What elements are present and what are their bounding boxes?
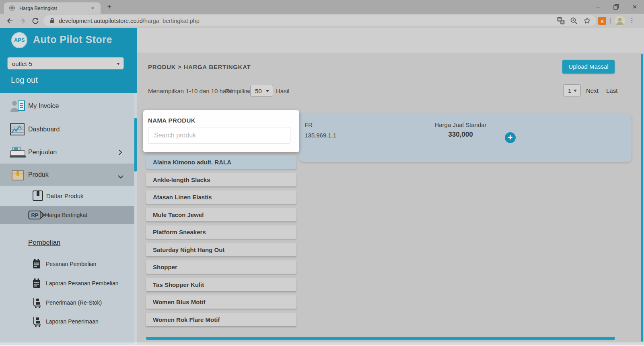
- rp-tag-text: RP: [31, 212, 38, 218]
- address-bar[interactable]: development.autopilotstore.co.id/harga_b…: [43, 15, 596, 26]
- sidebar-item-my-invoice[interactable]: My Invoice: [0, 98, 137, 114]
- bookmark-star-icon[interactable]: [583, 17, 591, 26]
- show-label: Tampilkan: [225, 88, 253, 94]
- product-list-item[interactable]: Mule Tacon Jewel: [146, 208, 296, 221]
- product-code: FR: [305, 121, 313, 128]
- sidebar-item-daftar-produk[interactable]: Daftar Produk: [0, 186, 137, 206]
- notepad-icon: [32, 278, 41, 290]
- sidebar: APS Auto Pilot Store outlet-5 Log out My…: [0, 28, 137, 345]
- chevron-down-icon: [117, 63, 120, 65]
- breadcrumb: PRODUK > HARGA BERTINGKAT: [148, 63, 251, 70]
- zoom-icon[interactable]: [570, 17, 578, 26]
- vertical-scrollbar-thumb[interactable]: [641, 54, 643, 342]
- cash-register-icon: [9, 146, 27, 160]
- chevron-right-icon: [118, 149, 122, 157]
- handtruck-icon: [32, 297, 42, 310]
- window-bottom-edge: [0, 342, 644, 345]
- dashboard-chart-icon: [10, 123, 25, 137]
- chevron-down-icon: [266, 90, 269, 92]
- horizontal-scrollbar-thumb[interactable]: [146, 337, 615, 340]
- sidebar-item-penerimaan-restok[interactable]: Penerimaan (Re-Stok): [0, 296, 137, 309]
- sidebar-item-pesanan-pembelian[interactable]: Pesanan Pembelian: [0, 257, 137, 271]
- main-content: PRODUK > HARGA BERTINGKAT Upload Massal …: [137, 53, 644, 345]
- forward-icon[interactable]: [19, 17, 27, 27]
- search-panel-title: NAMA PRODUK: [148, 117, 195, 124]
- aps-logo: APS: [11, 32, 27, 48]
- sidebar-item-laporan-penerimaan[interactable]: Laporan Penerimaan: [0, 315, 137, 328]
- page-number-value: 1: [568, 87, 571, 94]
- product-list-item[interactable]: Atasan Linen Elastis: [146, 190, 296, 204]
- url-text: development.autopilotstore.co.id/harga_b…: [59, 18, 200, 24]
- last-page-link[interactable]: Last: [606, 87, 617, 94]
- outlet-select[interactable]: outlet-5: [7, 57, 124, 70]
- product-list-item[interactable]: Shopper: [146, 260, 296, 274]
- sidebar-item-produk[interactable]: Produk: [0, 164, 137, 186]
- search-input[interactable]: [148, 127, 290, 144]
- page-top-strip: [137, 28, 644, 53]
- notepad-icon: [32, 259, 41, 271]
- lock-icon: [50, 18, 55, 25]
- product-list-item[interactable]: Women Blus Motif: [146, 295, 296, 309]
- tab-close-icon[interactable]: ×: [88, 4, 97, 12]
- page-size-select[interactable]: 50: [250, 85, 273, 97]
- results-label: Hasil: [276, 88, 289, 94]
- product-list-item[interactable]: Tas Shopper Kulit: [146, 278, 296, 291]
- sidebar-menu: My Invoice Dashboard Penjualan: [0, 93, 137, 345]
- sidebar-item-penjualan[interactable]: Penjualan: [0, 144, 137, 160]
- add-price-tier-button[interactable]: +: [505, 132, 516, 143]
- tab-strip: Harga Bertingkat × + – ×: [0, 0, 644, 14]
- url-path: /harga_bertingkat.php: [143, 18, 200, 24]
- svg-text:A: A: [561, 20, 564, 24]
- sidebar-item-harga-bertingkat[interactable]: RP Harga Bertingkat: [0, 206, 137, 224]
- product-sku: 135.969.1.1: [305, 132, 336, 139]
- invoice-person-icon: [10, 99, 26, 115]
- upload-massal-button[interactable]: Upload Massal: [562, 60, 615, 74]
- product-box-icon: [11, 169, 24, 182]
- extension-icon[interactable]: a: [598, 17, 606, 25]
- translate-icon[interactable]: A: [557, 17, 565, 26]
- window-close-button[interactable]: ×: [628, 2, 642, 12]
- product-list-item[interactable]: Women Rok Flare Motif: [146, 313, 296, 326]
- next-page-link[interactable]: Next: [586, 87, 599, 94]
- page-size-value: 50: [255, 88, 262, 94]
- sidebar-scrollbar-thumb[interactable]: [134, 118, 137, 172]
- brand-title: Auto Pilot Store: [33, 34, 112, 45]
- chevron-down-icon: [574, 90, 577, 92]
- window-restore-button[interactable]: [613, 4, 619, 11]
- url-domain: development.autopilotstore.co.id: [59, 18, 143, 24]
- logout-link[interactable]: Log out: [11, 76, 38, 85]
- section-header-pembelian: Pembelian: [28, 239, 60, 247]
- page-number-select[interactable]: 1: [563, 84, 581, 96]
- outlet-select-value: outlet-5: [12, 60, 32, 67]
- product-list-item[interactable]: Alaina Kimono adult. RALA: [146, 156, 296, 169]
- chevron-down-icon: [117, 173, 124, 180]
- browser-toolbar: development.autopilotstore.co.id/harga_b…: [0, 14, 644, 28]
- browser-menu-icon[interactable]: ⋮: [629, 16, 635, 25]
- tab-harga-bertingkat[interactable]: Harga Bertingkat ×: [4, 2, 101, 14]
- profile-avatar[interactable]: [615, 16, 625, 28]
- product-list-item[interactable]: Platform Sneakers: [146, 225, 296, 239]
- toolbar-separator: [610, 18, 611, 24]
- product-list-item[interactable]: Saturday Night Hang Out: [146, 243, 296, 256]
- box-outline-icon: [32, 190, 43, 203]
- sidebar-item-laporan-pesanan-pembelian[interactable]: Laporan Pesanan Pembelian: [0, 276, 137, 290]
- back-icon[interactable]: [6, 17, 14, 27]
- search-highlight-panel: NAMA PRODUK: [143, 110, 299, 152]
- tab-title: Harga Bertingkat: [19, 6, 57, 11]
- reload-icon[interactable]: [31, 17, 39, 27]
- sidebar-header: APS Auto Pilot Store outlet-5 Log out: [0, 28, 137, 93]
- product-list-item[interactable]: Ankle-length Slacks: [146, 173, 296, 186]
- sidebar-item-dashboard[interactable]: Dashboard: [0, 121, 137, 137]
- product-detail-card: FR 135.969.1.1 Harga Jual Standar 330,00…: [299, 113, 632, 162]
- price-label: Harga Jual Standar: [424, 121, 497, 128]
- globe-favicon-icon: [9, 5, 15, 13]
- window-minimize-button[interactable]: –: [591, 2, 605, 12]
- price-value: 330,000: [424, 131, 497, 139]
- new-tab-button[interactable]: +: [105, 2, 114, 12]
- results-summary: Menampilkan 1-10 dari 10 hasil: [148, 88, 232, 94]
- handtruck-icon: [32, 316, 42, 329]
- browser-window: Harga Bertingkat × + – × development.aut…: [0, 0, 644, 346]
